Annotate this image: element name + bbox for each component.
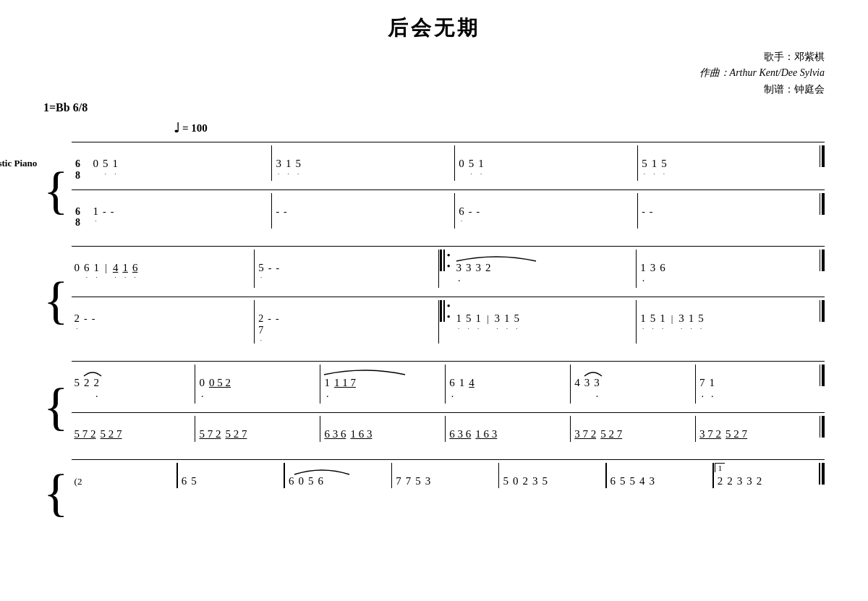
tempo-value: = 100 bbox=[182, 122, 208, 135]
t4-19: 5 bbox=[630, 474, 636, 489]
tie-svg-2 bbox=[583, 369, 603, 378]
b-372b: 3 7 2 bbox=[699, 427, 721, 442]
bass-m13: 3 7 2 5 2 7 bbox=[571, 427, 694, 442]
bar-sep bbox=[637, 193, 639, 229]
note-1b: 1· bbox=[286, 157, 292, 176]
composer-label: 作曲：Arthur Kent/Dee Sylvia bbox=[43, 65, 825, 81]
n-3b: 3 bbox=[475, 261, 481, 276]
brace-icon: { bbox=[43, 164, 69, 216]
bar-sep bbox=[498, 463, 500, 489]
arranger-label: 制谱：钟庭会 bbox=[43, 82, 825, 98]
n-3a: 3 bbox=[466, 261, 472, 276]
meta-info: 歌手：邓紫棋 作曲：Arthur Kent/Dee Sylvia 制谱：钟庭会 bbox=[43, 49, 825, 98]
dash-8: - bbox=[650, 206, 653, 218]
b-3: 3· bbox=[495, 312, 501, 331]
system-staves-3: 5 2 2· 0· 0 5 2 bbox=[72, 361, 825, 444]
bass-meas-7: 1· 5· 1· | 3· 1· 5· bbox=[453, 312, 634, 331]
t-6dot: 6· bbox=[449, 376, 455, 404]
t4-9: 7 bbox=[406, 474, 412, 489]
t-052: 0 5 2 bbox=[209, 376, 231, 391]
system-3: { 5 2 2· 0· bbox=[43, 361, 825, 444]
brace-icon-4: { bbox=[43, 466, 69, 519]
time-sig-bass-top: 6 bbox=[75, 206, 80, 217]
thin-bar bbox=[819, 463, 820, 485]
end-bar-3 bbox=[820, 365, 825, 386]
main-title: 后会无期 bbox=[43, 14, 825, 42]
t4-16: 5 bbox=[542, 474, 548, 489]
bass-m10: 5 7 2 5 2 7 bbox=[196, 427, 318, 442]
bass-staff-2: 2 · - - 2 7 · - - bbox=[72, 297, 825, 346]
t4-20: 4 bbox=[639, 474, 645, 489]
thin-bar bbox=[820, 193, 821, 215]
b-372: 3 7 2 bbox=[574, 427, 596, 442]
system-staves: Acoustic Piano 6 8 0 5· 1· 3· 1· 5· bbox=[72, 142, 825, 231]
treble-staff-2: 0 6· 1· | 4· 1· 6· 5· - - bbox=[72, 246, 825, 291]
treble-m10: 0· 0 5 2 bbox=[196, 376, 318, 404]
note-5: 5· bbox=[103, 157, 109, 176]
b-1c: 1· bbox=[504, 312, 510, 331]
repeat-dots-bass: ● ● bbox=[447, 302, 451, 320]
t-5: 5 bbox=[75, 376, 80, 391]
t4-3: 5 bbox=[191, 474, 197, 489]
dash-1: - bbox=[103, 206, 106, 218]
brace-left-4: { bbox=[43, 459, 72, 519]
dash-7: - bbox=[642, 206, 645, 218]
thick-bar bbox=[822, 365, 825, 386]
t4-5: 0 bbox=[298, 474, 304, 489]
n-1: 1· bbox=[94, 261, 100, 281]
instrument-label: Acoustic Piano bbox=[0, 158, 37, 169]
t4-8: 7 bbox=[396, 474, 401, 489]
bar-sep bbox=[605, 463, 607, 489]
thick-repeat-bass bbox=[440, 300, 442, 322]
t-3dot2: 3· bbox=[594, 376, 600, 404]
thin-repeat bbox=[443, 250, 445, 271]
note-1d: 1· bbox=[652, 157, 658, 176]
brace-left: { bbox=[43, 142, 72, 231]
brace-icon-2: { bbox=[43, 274, 69, 326]
time-sig-treble: 6 8 bbox=[72, 158, 85, 181]
t4-17: 6 bbox=[610, 474, 616, 489]
title-section: 后会无期 bbox=[43, 14, 825, 42]
bass-meas-5: 2 · - - bbox=[72, 312, 253, 331]
bar-sep bbox=[320, 416, 321, 442]
b-163b: 1 6 3 bbox=[475, 427, 497, 442]
n-3dot: 3· bbox=[456, 261, 461, 289]
bar-sep bbox=[570, 365, 571, 404]
note-5d: 5· bbox=[642, 157, 647, 176]
bass-meas-3: 6 · - - bbox=[456, 205, 636, 224]
dash-3: - bbox=[276, 206, 279, 218]
bar-sep bbox=[254, 300, 255, 344]
treble-meas-7: 3· 3 3 2 bbox=[453, 261, 634, 289]
bar-sep bbox=[636, 250, 637, 289]
b-572b: 5 7 2 bbox=[199, 427, 221, 442]
bass-meas-2: - - bbox=[273, 206, 453, 218]
thin-bar bbox=[820, 250, 821, 271]
t4-14: 2 bbox=[522, 474, 528, 489]
t4-11: 3 bbox=[425, 474, 431, 489]
note-5c: 5· bbox=[469, 157, 475, 176]
end-bar-bass-2 bbox=[820, 300, 825, 322]
treble-m17: 6 0 5 6 bbox=[286, 474, 391, 489]
bar-sep bbox=[695, 365, 697, 404]
thin-repeat-bass bbox=[443, 300, 445, 322]
n-4: 4· bbox=[113, 261, 119, 281]
b-572: 5 7 2 bbox=[75, 427, 96, 442]
thick-bar bbox=[822, 250, 825, 271]
system-2: { 0 6· 1· | 4· 1· 6· 5· - bbox=[43, 246, 825, 347]
thin-bar bbox=[820, 300, 821, 322]
t4-6: 5 bbox=[308, 474, 314, 489]
treble-m13: 4 3 3· bbox=[571, 376, 694, 404]
t4-25: 3 bbox=[746, 474, 752, 489]
bass-m14: 3 7 2 5 2 7 bbox=[697, 427, 819, 442]
treble-meas-3: 0 5· 1· bbox=[456, 157, 636, 176]
thick-bar bbox=[822, 145, 825, 167]
b-5b: 5· bbox=[514, 312, 520, 331]
tempo-line: ♩ = 100 bbox=[174, 120, 825, 136]
n-6b: 6· bbox=[132, 261, 138, 281]
t-7dot: 7· bbox=[699, 376, 705, 404]
end-bar-4 bbox=[819, 463, 825, 485]
t4-7: 6 bbox=[318, 474, 323, 489]
note-5b: 5· bbox=[295, 157, 301, 176]
system-1: { Acoustic Piano 6 8 0 5· 1· bbox=[43, 142, 825, 231]
n-5: 5· bbox=[258, 261, 264, 281]
